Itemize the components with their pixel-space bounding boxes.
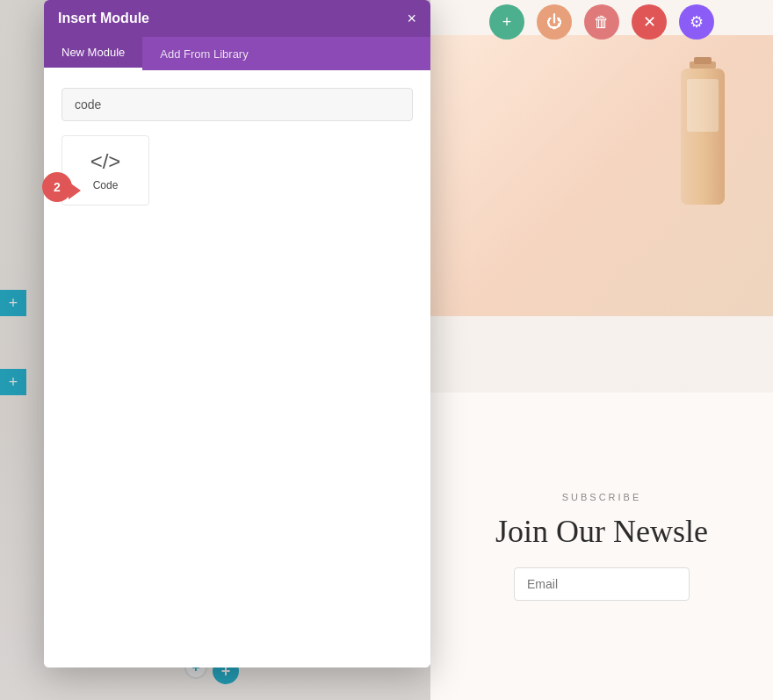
tab-add-from-library[interactable]: Add From Library	[142, 37, 265, 70]
subscribe-label: SUBSCRIBE	[562, 492, 642, 502]
modal-title: Insert Module	[58, 11, 149, 26]
close-button[interactable]: ✕	[632, 4, 667, 40]
delete-button[interactable]: 🗑	[584, 4, 619, 40]
subscribe-title: Join Our Newsle	[495, 513, 708, 550]
modal-tabs: New Module Add From Library	[44, 37, 430, 70]
top-toolbar: + ⏻ 🗑 ✕ ⚙	[430, 0, 773, 44]
svg-rect-1	[694, 57, 712, 64]
modal-header: Insert Module ×	[44, 0, 430, 37]
module-search-input[interactable]	[61, 88, 413, 121]
step-arrow-2	[69, 182, 81, 199]
code-icon: </>	[90, 149, 121, 174]
add-button[interactable]: +	[489, 4, 524, 40]
subscribe-section: SUBSCRIBE Join Our Newsle	[430, 393, 773, 700]
power-button[interactable]: ⏻	[537, 4, 572, 40]
perfume-bottle-image	[668, 53, 738, 228]
insert-module-modal: Insert Module × New Module Add From Libr…	[44, 0, 430, 668]
tab-new-module[interactable]: New Module	[44, 37, 142, 70]
settings-button[interactable]: ⚙	[679, 4, 714, 40]
svg-rect-4	[687, 79, 719, 132]
modal-close-button[interactable]: ×	[407, 11, 416, 26]
email-input[interactable]	[514, 567, 690, 601]
module-grid: </> Code	[61, 135, 413, 206]
code-label: Code	[93, 179, 119, 191]
modal-body: </> Code	[44, 70, 430, 668]
step-badge-2: 2	[42, 172, 72, 202]
product-background	[430, 35, 773, 316]
